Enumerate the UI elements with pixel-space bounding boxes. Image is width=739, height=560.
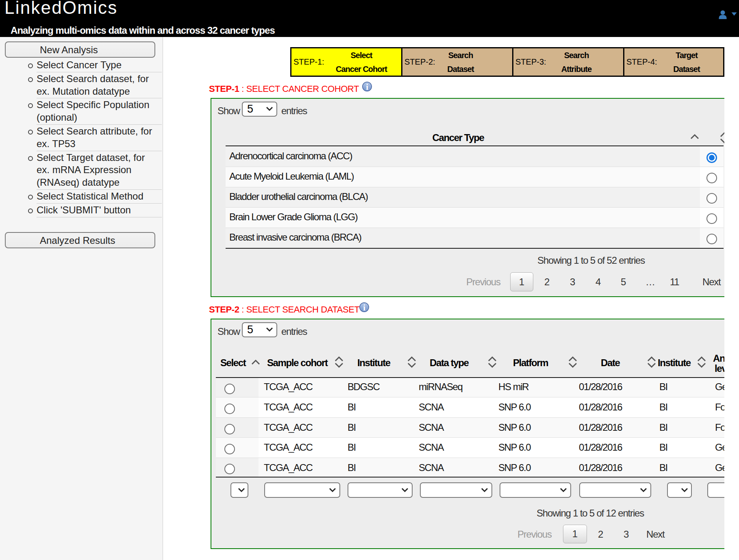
svg-text:i: i xyxy=(363,303,365,313)
